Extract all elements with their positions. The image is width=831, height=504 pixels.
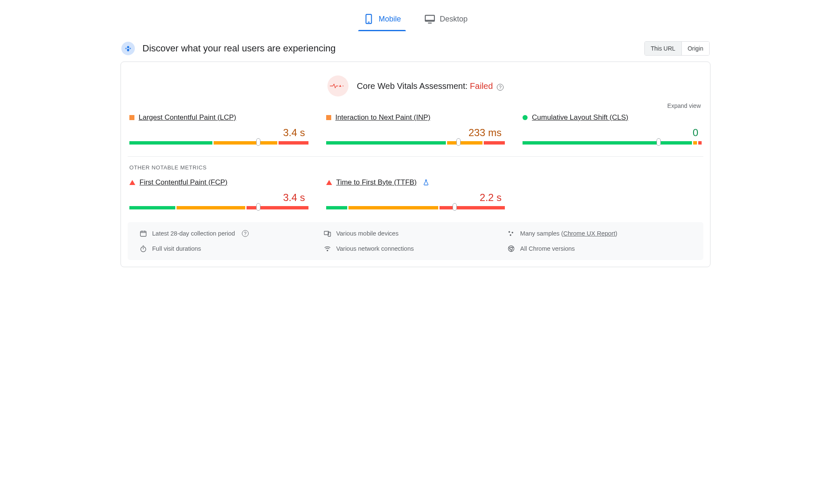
expand-view-link[interactable]: Expand view [128,102,701,109]
svg-point-10 [343,86,343,86]
metric-inp-name[interactable]: Interaction to Next Paint (INP) [335,113,431,122]
metric-inp: Interaction to Next Paint (INP) 233 ms [326,113,505,145]
bar-marker [256,138,260,146]
assessment-status: Failed [470,81,493,91]
scope-toggle: This URL Origin [644,41,710,56]
flask-icon [423,179,429,186]
tab-mobile-label: Mobile [378,15,401,24]
metric-empty [523,178,702,209]
tab-mobile[interactable]: Mobile [362,8,402,31]
bar-marker [256,203,260,211]
crux-link[interactable]: Chrome UX Report [563,230,615,237]
scope-origin[interactable]: Origin [681,42,709,55]
other-metrics: First Contentful Paint (FCP) 3.4 s Time … [128,178,703,209]
header-title: Discover what your real users are experi… [142,43,336,54]
bar-marker [453,203,457,211]
metric-fcp-name[interactable]: First Contentful Paint (FCP) [139,178,228,187]
svg-point-17 [509,231,510,233]
wifi-icon [324,245,331,252]
svg-point-23 [327,250,328,251]
metric-ttfb: Time to First Byte (TTFB) 2.2 s [326,178,505,209]
svg-rect-8 [127,49,129,51]
pulse-icon [327,75,348,97]
metric-cls: Cumulative Layout Shift (CLS) 0 [523,113,702,145]
metric-fcp-bar [129,206,308,209]
svg-marker-9 [339,85,341,87]
footer-chrome: All Chrome versions [507,245,692,252]
calendar-icon [139,230,147,237]
footer-info: Latest 28-day collection period ? Variou… [128,222,703,260]
mobile-icon [363,13,374,24]
chrome-icon [507,245,515,252]
devices-icon [324,230,331,237]
footer-period: Latest 28-day collection period ? [139,230,324,237]
svg-point-6 [125,48,127,49]
metric-lcp-value: 3.4 s [129,127,305,139]
assessment-text: Core Web Vitals Assessment: Failed ? [357,81,504,91]
scatter-icon [507,230,515,237]
svg-point-24 [509,246,515,252]
status-icon [326,180,332,185]
status-icon [129,115,134,120]
svg-point-18 [512,232,513,233]
divider [128,156,703,157]
scope-this-url[interactable]: This URL [645,42,681,55]
tab-desktop-label: Desktop [440,15,467,24]
metric-cls-value: 0 [523,127,698,139]
assessment-row: Core Web Vitals Assessment: Failed ? [128,75,703,97]
bar-marker [657,138,661,146]
metric-lcp-name[interactable]: Largest Contentful Paint (LCP) [139,113,236,122]
metric-lcp-bar [129,141,308,145]
status-icon [326,115,331,120]
footer-durations: Full visit durations [139,245,324,252]
bar-marker [456,138,461,146]
svg-point-19 [510,234,512,236]
metric-lcp: Largest Contentful Paint (LCP) 3.4 s [129,113,308,145]
footer-network: Various network connections [324,245,508,252]
footer-samples: Many samples (Chrome UX Report) [507,230,692,237]
metric-fcp: First Contentful Paint (FCP) 3.4 s [129,178,308,209]
metric-inp-value: 233 ms [326,127,502,139]
footer-devices: Various mobile devices [324,230,508,237]
metric-cls-name[interactable]: Cumulative Layout Shift (CLS) [532,113,628,122]
help-icon[interactable]: ? [497,84,504,91]
metric-ttfb-name[interactable]: Time to First Byte (TTFB) [336,178,417,187]
desktop-icon [424,13,435,24]
header-row: Discover what your real users are experi… [121,41,710,56]
status-icon [129,180,135,185]
svg-point-5 [127,46,129,48]
svg-point-7 [129,48,131,49]
device-tabs: Mobile Desktop [121,8,710,31]
other-metrics-label: OTHER NOTABLE METRICS [129,164,702,171]
metric-cls-bar [523,141,702,145]
metric-fcp-value: 3.4 s [129,192,305,204]
svg-rect-11 [140,231,146,236]
metric-ttfb-value: 2.2 s [326,192,502,204]
core-metrics: Largest Contentful Paint (LCP) 3.4 s Int… [128,113,703,145]
metric-inp-bar [326,141,505,145]
assessment-label: Core Web Vitals Assessment: [357,81,470,91]
tab-desktop[interactable]: Desktop [423,8,469,31]
vitals-card: Core Web Vitals Assessment: Failed ? Exp… [121,62,710,267]
metric-ttfb-bar [326,206,505,209]
status-icon [523,115,528,120]
users-icon [121,42,135,55]
stopwatch-icon [139,245,147,252]
help-icon[interactable]: ? [242,230,249,237]
